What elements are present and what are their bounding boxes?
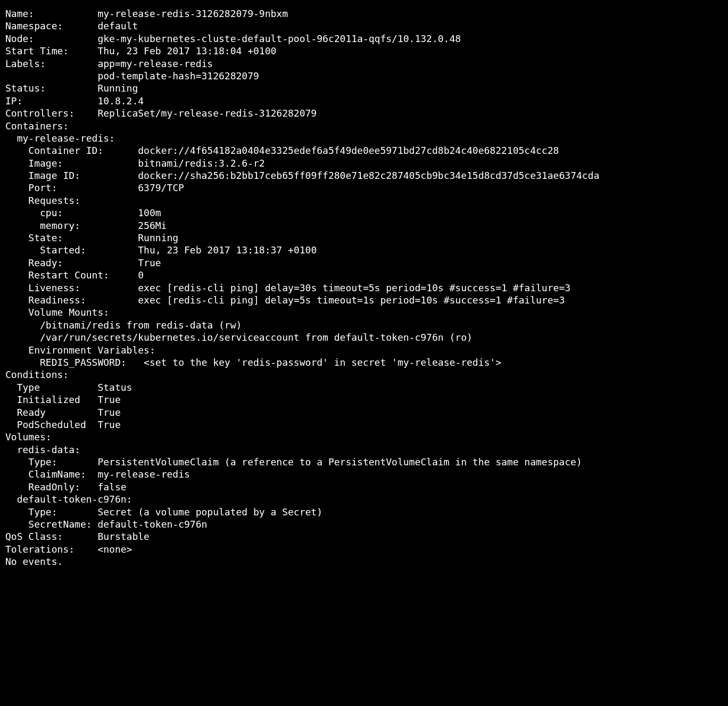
row-vol-token-name: default-token-c976n:	[5, 494, 132, 505]
label-state: State:	[28, 232, 63, 243]
label-namespace: Namespace:	[5, 20, 63, 31]
value-cond-init: True	[97, 394, 120, 405]
value-vol-token-name: default-token-c976n:	[17, 494, 133, 505]
label-name: Name:	[5, 8, 34, 19]
value-starttime: Thu, 23 Feb 2017 13:18:04 +0100	[97, 45, 276, 56]
row-status: Status: Running	[5, 83, 138, 94]
label-vol-claimname: ClaimName:	[28, 469, 86, 480]
value-memory: 256Mi	[138, 220, 167, 231]
value-ready: True	[138, 257, 161, 268]
value-mount-1: /bitnami/redis from redis-data (rw)	[40, 319, 242, 331]
row-port: Port: 6379/TCP	[5, 182, 184, 193]
value-vol-redisdata-readonly: false	[97, 481, 126, 492]
value-image-id: docker://sha256:b2bb17ceb65ff09ff280e71e…	[138, 170, 599, 181]
value-liveness: exec [redis-cli ping] delay=30s timeout=…	[138, 282, 570, 293]
row-vol-redisdata-name: redis-data:	[5, 444, 80, 455]
value-vol-token-type: Secret (a volume populated by a Secret)	[97, 506, 322, 518]
label-vol-readonly: ReadOnly:	[28, 481, 80, 492]
value-vol-token-secret: default-token-c976n	[97, 519, 207, 530]
row-conditions-hdr: Conditions:	[5, 369, 69, 380]
value-label2: pod-template-hash=3126282079	[97, 70, 259, 81]
row-vol-redisdata-readonly: ReadOnly: false	[5, 481, 127, 492]
label-started: Started:	[40, 244, 86, 256]
value-state: Running	[138, 232, 178, 243]
row-labels-2: pod-template-hash=3126282079	[5, 70, 259, 81]
row-namespace: Namespace: default	[5, 20, 138, 31]
label-qos: QoS Class:	[5, 531, 63, 542]
label-tolerations: Tolerations:	[5, 544, 75, 555]
value-node: gke-my-kubernetes-cluste-default-pool-96…	[97, 33, 461, 44]
row-no-events: No events.	[5, 556, 63, 567]
value-namespace: default	[97, 20, 138, 31]
row-memory: memory: 256Mi	[5, 220, 167, 231]
row-requests: Requests:	[5, 195, 80, 206]
label-cond-init: Initialized	[17, 394, 80, 405]
label-vol-secretname: SecretName:	[28, 519, 92, 530]
label-container-id: Container ID:	[28, 145, 103, 156]
label-starttime: Start Time:	[5, 45, 69, 56]
label-restart-count: Restart Count:	[28, 269, 109, 281]
value-restart-count: 0	[138, 269, 144, 281]
label-env-vars: Environment Variables:	[28, 344, 155, 356]
row-cond-ready: Ready True	[5, 407, 121, 418]
value-cpu: 100m	[138, 207, 161, 218]
value-mount-2: /var/run/secrets/kubernetes.io/serviceac…	[40, 332, 473, 343]
value-cond-ready: True	[97, 407, 120, 418]
value-label1: app=my-release-redis	[97, 58, 213, 69]
label-node: Node:	[5, 33, 34, 44]
row-started: Started: Thu, 23 Feb 2017 13:18:37 +0100	[5, 244, 317, 256]
row-qos: QoS Class: Burstable	[5, 531, 150, 542]
value-port: 6379/TCP	[138, 182, 184, 193]
value-controllers: ReplicaSet/my-release-redis-3126282079	[97, 108, 317, 119]
row-labels: Labels: app=my-release-redis	[5, 58, 213, 69]
row-starttime: Start Time: Thu, 23 Feb 2017 13:18:04 +0…	[5, 45, 276, 56]
value-cond-sched: True	[97, 419, 120, 430]
label-vol-token-type: Type:	[28, 506, 57, 518]
label-volume-mounts: Volume Mounts:	[28, 307, 109, 318]
value-status: Running	[97, 83, 138, 94]
value-image: bitnami/redis:3.2.6-r2	[138, 158, 264, 169]
value-ip: 10.8.2.4	[97, 95, 144, 106]
row-ip: IP: 10.8.2.4	[5, 95, 144, 106]
row-controllers: Controllers: ReplicaSet/my-release-redis…	[5, 108, 317, 119]
row-cpu: cpu: 100m	[5, 207, 161, 218]
row-cond-header: Type Status	[5, 382, 132, 393]
row-state: State: Running	[5, 232, 178, 243]
label-status: Status:	[5, 83, 46, 94]
label-port: Port:	[28, 182, 57, 193]
row-cond-init: Initialized True	[5, 394, 121, 405]
label-ready: Ready:	[28, 257, 63, 268]
row-ready: Ready: True	[5, 257, 161, 268]
value-vol-redisdata-claim: my-release-redis	[97, 469, 189, 480]
row-mount-2: /var/run/secrets/kubernetes.io/serviceac…	[5, 332, 473, 343]
label-image-id: Image ID:	[28, 170, 80, 181]
row-containers-hdr: Containers:	[5, 120, 69, 132]
value-readiness: exec [redis-cli ping] delay=5s timeout=1…	[138, 294, 565, 306]
row-liveness: Liveness: exec [redis-cli ping] delay=30…	[5, 282, 570, 293]
row-vol-redisdata-claim: ClaimName: my-release-redis	[5, 469, 190, 480]
label-vol-type: Type:	[28, 456, 57, 467]
row-vol-redisdata-type: Type: PersistentVolumeClaim (a reference…	[5, 456, 582, 467]
label-readiness: Readiness:	[28, 294, 86, 306]
row-redis-password: REDIS_PASSWORD: <set to the key 'redis-p…	[5, 357, 501, 368]
row-vol-token-type: Type: Secret (a volume populated by a Se…	[5, 506, 322, 518]
row-container-id: Container ID: docker://4f654182a0404e332…	[5, 145, 559, 156]
label-labels: Labels:	[5, 58, 46, 69]
label-no-events: No events.	[5, 556, 63, 567]
value-redis-password: <set to the key 'redis-password' in secr…	[144, 357, 501, 368]
value-container-id: docker://4f654182a0404e3325edef6a5f49de0…	[138, 145, 559, 156]
row-node: Node: gke-my-kubernetes-cluste-default-p…	[5, 33, 461, 44]
value-vol-redisdata-name: redis-data:	[17, 444, 80, 455]
value-container-name: my-release-redis:	[17, 133, 115, 144]
label-redis-password: REDIS_PASSWORD:	[40, 357, 127, 368]
row-container-name: my-release-redis:	[5, 133, 115, 144]
row-image-id: Image ID: docker://sha256:b2bb17ceb65ff0…	[5, 170, 599, 181]
row-env-vars: Environment Variables:	[5, 344, 155, 356]
row-vol-token-secret: SecretName: default-token-c976n	[5, 519, 207, 530]
label-memory: memory:	[40, 220, 80, 231]
label-containers: Containers:	[5, 120, 69, 132]
row-restart-count: Restart Count: 0	[5, 269, 144, 281]
label-cond-ready: Ready	[17, 407, 46, 418]
terminal-output: Name: my-release-redis-3126282079-9nbxm …	[0, 0, 728, 576]
row-image: Image: bitnami/redis:3.2.6-r2	[5, 158, 265, 169]
